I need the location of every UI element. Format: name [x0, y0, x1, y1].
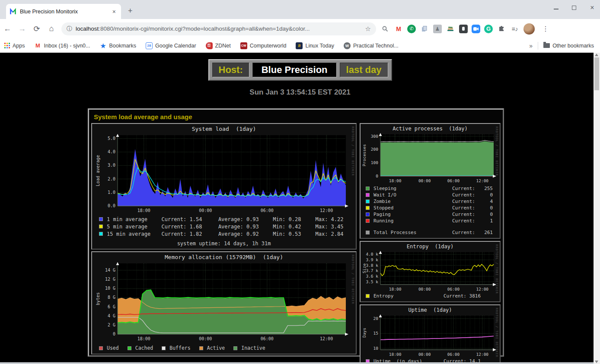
rrdtool-credit: RRDTOOL / TOBI OETIKER: [495, 127, 498, 176]
bookmarks-bar: Apps M Inbox (16) - sjvn0... ★ Bookmarks…: [0, 38, 600, 53]
legend-swatch-zombie: [366, 199, 370, 203]
legend-total-row: Total ProcessesCurrent:261: [361, 229, 499, 236]
other-bookmarks[interactable]: Other bookmarks: [543, 43, 594, 49]
page-scrollbar[interactable]: [594, 53, 600, 364]
processes-chart-title: Active processes (1day): [361, 126, 499, 132]
svg-text:bytes: bytes: [96, 292, 100, 305]
rrdtool-credit: RRDTOOL / TOBI OETIKER: [351, 127, 354, 176]
search-extension-icon[interactable]: [380, 24, 390, 34]
legend-row: StoppedCurrent:0: [361, 205, 499, 211]
svg-text:06:00: 06:00: [261, 336, 274, 341]
bookmark-bookmarks[interactable]: ★ Bookmarks: [100, 42, 137, 49]
legend-swatch-paging: [366, 212, 370, 216]
person-extension-icon[interactable]: ♟: [433, 25, 442, 33]
puzzle-extensions-icon[interactable]: [497, 24, 506, 34]
reload-icon[interactable]: ⟳: [29, 24, 44, 34]
svg-text:12:00: 12:00: [476, 352, 488, 357]
scrollbar-thumb[interactable]: [594, 57, 599, 90]
browser-tab[interactable]: Blue Precision Monitorix ×: [6, 4, 121, 19]
svg-text:12:00: 12:00: [320, 336, 333, 341]
voice-extension-icon[interactable]: ✆: [407, 25, 416, 33]
svg-text:2 G: 2 G: [108, 323, 115, 327]
legend-row: PagingCurrent:0: [361, 211, 499, 218]
copy-extension-icon[interactable]: [420, 24, 429, 34]
system-uptime-note: system uptime: 14 days, 1h 31m: [93, 241, 355, 247]
bookmark-zdnet[interactable]: ⚿ ZDNet: [206, 42, 231, 49]
uptime-panel: RRDTOOL / TOBI OETIKER Uptime (1day) 101…: [360, 304, 501, 364]
memory-chart[interactable]: 02 G4 G6 G8 G10 G12 G14 G18:0000:0006:00…: [95, 261, 353, 344]
books-extension-icon[interactable]: [446, 24, 455, 34]
new-tab-button[interactable]: +: [128, 7, 133, 15]
linuxtoday-icon: lt: [296, 42, 303, 49]
forward-icon[interactable]: →: [15, 24, 29, 33]
home-icon[interactable]: ⌂: [44, 24, 59, 33]
legend-row: 5 min average Current: 1.68 Average: 0.9…: [93, 223, 355, 230]
entropy-chart-title: Entropy (1day): [361, 244, 499, 250]
star-icon: ★: [100, 42, 107, 49]
svg-text:4.0: 4.0: [108, 149, 115, 154]
bookmark-inbox[interactable]: M Inbox (16) - sjvn0...: [35, 42, 90, 49]
apps-grid-icon: [4, 43, 10, 48]
back-icon[interactable]: ←: [0, 24, 15, 33]
playlist-extension-icon[interactable]: ≡♪: [510, 24, 520, 34]
svg-text:18:00: 18:00: [389, 352, 402, 357]
url-bar[interactable]: ⓘ localhost:8080/monitorix-cgi/monitorix…: [61, 22, 376, 35]
svg-text:3.9 k: 3.9 k: [366, 257, 378, 262]
browser-menu-icon[interactable]: ⋮: [539, 25, 552, 33]
svg-text:12:00: 12:00: [476, 287, 488, 291]
legend-swatch-stopped: [366, 206, 370, 210]
period-selector[interactable]: last day: [340, 63, 388, 77]
svg-text:3.8 k: 3.8 k: [366, 263, 378, 268]
system-load-chart[interactable]: 0.01.02.03.04.05.018:0000:0006:0012:00Lo…: [95, 133, 353, 215]
svg-text:Load average: Load average: [96, 155, 100, 186]
bookmark-star-icon[interactable]: ☆: [365, 25, 371, 33]
legend-swatch-cached: [128, 346, 131, 350]
legend-swatch-5min: [99, 225, 103, 228]
zoom-extension-icon[interactable]: [472, 25, 480, 33]
bookmark-linux-today[interactable]: lt Linux Today: [296, 42, 334, 49]
legend-swatch-total: [366, 231, 370, 234]
scrollbar-up-arrow[interactable]: [595, 54, 598, 56]
url-text[interactable]: localhost:8080/monitorix-cgi/monitorix.c…: [76, 25, 362, 32]
host-header: Host: Blue Precision last day: [208, 59, 392, 81]
entropy-panel: RRDTOOL / TOBI OETIKER Entropy (1day) 3.…: [360, 241, 501, 302]
svg-text:300: 300: [371, 134, 378, 139]
svg-text:Processes: Processes: [362, 144, 367, 166]
svg-text:3.5 k: 3.5 k: [366, 279, 378, 284]
bookmark-practical-technology[interactable]: W Practical Technol...: [344, 42, 399, 49]
badge-extension-icon[interactable]: [459, 25, 468, 33]
active-processes-chart[interactable]: 010020030018:0000:0006:0012:00Processes: [361, 132, 499, 184]
section-title: System load average and usage: [91, 111, 501, 123]
computerworld-icon: CW: [240, 42, 247, 49]
legend-swatch-buffers: [162, 346, 166, 350]
report-datetime: Sun Jan 3 13:54:15 EST 2021: [0, 88, 600, 97]
svg-text:3.0: 3.0: [108, 163, 115, 168]
legend-swatch-15min: [99, 232, 103, 236]
bookmark-apps[interactable]: Apps: [4, 43, 25, 49]
minimize-button[interactable]: [552, 4, 559, 11]
gmail-extension-icon[interactable]: M: [394, 24, 403, 34]
maximize-button[interactable]: [571, 4, 578, 11]
bookmark-computerworld[interactable]: CW Computerworld: [240, 42, 287, 49]
scrollbar-down-arrow[interactable]: [595, 361, 598, 363]
memory-legend: Used Cached Buffers Active Inactive: [93, 344, 355, 351]
grammarly-extension-icon[interactable]: G: [484, 25, 493, 33]
svg-text:5.0: 5.0: [108, 136, 115, 141]
host-name: Blue Precision: [252, 63, 337, 77]
svg-text:15: 15: [373, 331, 378, 336]
entropy-chart[interactable]: 3.5 k3.6 k3.7 k3.8 k3.9 k4.0 k18:0000:00…: [361, 250, 499, 292]
host-label: Host:: [212, 63, 249, 77]
url-path: :8080/monitorix-cgi/monitorix.cgi?mode=l…: [99, 25, 310, 32]
browser-toolbar: ← → ⟳ ⌂ ⓘ localhost:8080/monitorix-cgi/m…: [0, 19, 600, 38]
site-info-icon[interactable]: ⓘ: [67, 25, 72, 33]
bookmarks-overflow-chevron[interactable]: »: [529, 42, 533, 49]
bookmark-google-calendar[interactable]: 28 Google Calendar: [146, 42, 196, 49]
system-load-legend: 1 min average Current: 1.54 Average: 0.9…: [93, 215, 355, 247]
tab-close-icon[interactable]: ×: [111, 8, 118, 15]
svg-text:00:00: 00:00: [418, 352, 431, 357]
profile-avatar[interactable]: [523, 23, 535, 35]
close-button[interactable]: ×: [589, 4, 596, 11]
uptime-chart[interactable]: 10152018:0000:0006:0012:00Days: [361, 313, 499, 358]
svg-text:06:00: 06:00: [447, 178, 460, 183]
svg-text:Size: Size: [362, 263, 367, 273]
